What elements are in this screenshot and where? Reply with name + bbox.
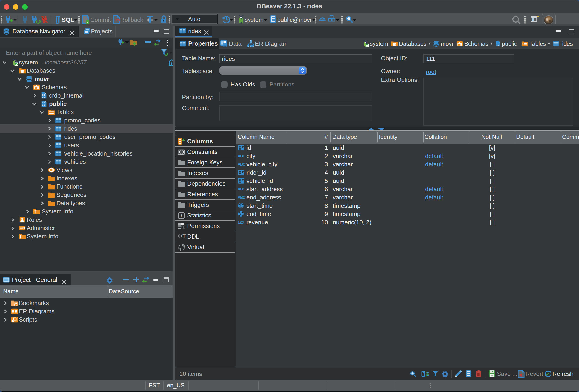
svg-text:i: i (181, 213, 182, 219)
svg-text:T: T (182, 233, 186, 240)
